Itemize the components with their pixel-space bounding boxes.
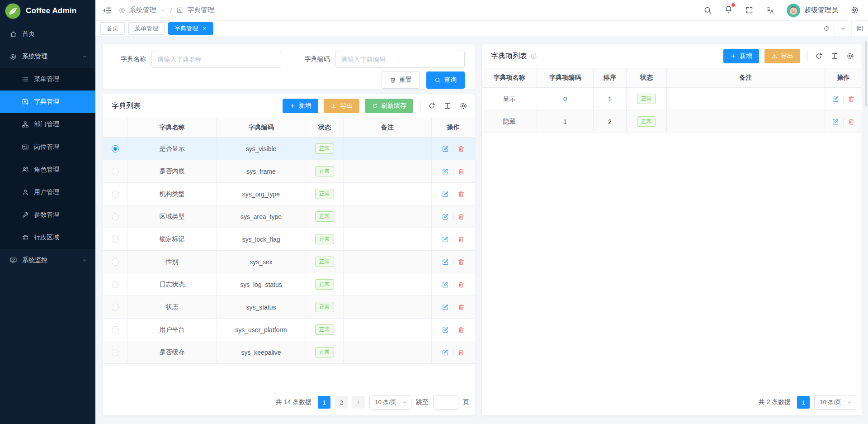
refresh-icon[interactable] [815,52,823,60]
item-export-button[interactable]: 导出 [764,49,800,63]
page-button-1[interactable]: 1 [318,396,330,409]
dict-table-row[interactable]: 是否显示sys_visible正常 [103,138,475,160]
row-radio[interactable] [112,236,119,243]
dict-table-row[interactable]: 锁定标记sys_lock_flag正常 [103,228,475,251]
dict-code-input[interactable] [335,51,465,68]
delete-icon[interactable] [458,304,465,311]
dict-item-table-row[interactable]: 显示01正常 [482,88,862,110]
dictionary-icon [176,7,184,14]
column-settings-gear-icon[interactable] [459,102,467,110]
page-size-select[interactable]: 10 条/页 [814,395,856,410]
sidebar-item-user-management[interactable]: 用户管理 [0,181,95,204]
sidebar-item-home[interactable]: 首页 [0,23,95,45]
edit-icon[interactable] [442,213,449,220]
edit-icon[interactable] [442,145,449,152]
query-button[interactable]: 查询 [426,71,465,89]
sidebar-item-system-management[interactable]: 系统管理 [0,45,95,68]
search-icon[interactable] [703,6,712,14]
edit-icon[interactable] [442,258,449,266]
delete-icon[interactable] [848,95,855,103]
settings-gear-icon[interactable] [850,6,859,14]
edit-icon[interactable] [442,326,449,333]
dict-table-row[interactable]: 用户平台sys_user_platform正常 [103,319,475,341]
delete-icon[interactable] [458,349,465,356]
delete-icon[interactable] [458,191,465,198]
item-add-button[interactable]: 新增 [723,49,759,63]
reset-button[interactable]: 重置 [382,71,420,89]
edit-icon[interactable] [442,168,449,175]
delete-icon[interactable] [458,168,465,175]
dict-item-table-row[interactable]: 隐藏12正常 [482,110,862,133]
row-radio[interactable] [112,258,119,266]
delete-icon[interactable] [458,145,465,152]
row-radio[interactable] [112,326,119,333]
delete-icon[interactable] [848,118,855,125]
edit-icon[interactable] [442,236,449,243]
row-height-icon[interactable] [830,52,839,60]
fullscreen-icon[interactable] [745,6,754,14]
column-settings-gear-icon[interactable] [846,52,854,60]
delete-icon[interactable] [458,326,465,333]
status-badge: 正常 [315,302,334,312]
dict-name-input[interactable] [151,51,281,68]
sidebar-item-admin-region[interactable]: 行政区域 [0,226,95,249]
dict-table-row[interactable]: 性别sys_sex正常 [103,251,475,273]
dict-table-row[interactable]: 是否内嵌sys_frame正常 [103,160,475,183]
sidebar-item-menu-management[interactable]: 菜单管理 [0,68,95,91]
edit-icon[interactable] [442,281,449,288]
row-radio[interactable] [112,304,119,311]
row-radio[interactable] [112,213,119,220]
row-radio[interactable] [112,168,119,175]
row-radio[interactable] [112,349,119,356]
page-button-2[interactable]: 2 [335,396,348,409]
sidebar-fold-button[interactable] [100,4,114,17]
tabs-refresh-button[interactable] [818,21,835,36]
refresh-cache-button[interactable]: 刷新缓存 [365,99,413,113]
edit-icon[interactable] [442,304,449,311]
tabs-menu-button[interactable] [835,21,851,36]
download-icon [771,53,778,59]
sidebar-item-post-management[interactable]: 岗位管理 [0,136,95,158]
dict-table-row[interactable]: 是否缓存sys_keepalive正常 [103,341,475,364]
dict-table-row[interactable]: 区域类型sys_area_type正常 [103,205,475,228]
dict-name-cell: 是否显示 [128,138,217,160]
add-button[interactable]: 新增 [283,99,318,113]
edit-icon[interactable] [832,118,839,125]
close-icon[interactable] [202,26,207,31]
tab-menu-management[interactable]: 菜单管理 [128,22,165,35]
delete-icon[interactable] [458,213,465,220]
sidebar-item-system-monitor[interactable]: 系统监控 [0,249,95,272]
sidebar-item-param-management[interactable]: 参数管理 [0,204,95,226]
row-radio[interactable] [112,145,119,152]
dict-table-row[interactable]: 日志状态sys_log_status正常 [103,273,475,296]
sidebar-item-role-management[interactable]: 角色管理 [0,158,95,181]
export-button[interactable]: 导出 [324,99,359,113]
breadcrumb-level1[interactable]: 系统管理 [129,6,156,14]
page-button-1[interactable]: 1 [797,396,810,409]
content-fullscreen-button[interactable] [851,21,868,36]
row-radio[interactable] [112,281,119,288]
refresh-icon[interactable] [428,102,436,110]
dict-table-row[interactable]: 状态sys_status正常 [103,296,475,319]
next-page-button[interactable] [352,396,365,409]
sidebar-item-dept-management[interactable]: 部门管理 [0,113,95,136]
sidebar-item-dict-management[interactable]: 字典管理 [0,91,95,113]
notification-button[interactable] [724,5,733,15]
tab-dict-management[interactable]: 字典管理 [168,22,213,35]
edit-icon[interactable] [442,349,449,356]
row-radio[interactable] [112,191,119,198]
page-size-select[interactable]: 10 条/页 [369,395,411,410]
delete-icon[interactable] [458,281,465,288]
info-icon[interactable] [530,53,537,60]
jump-page-input[interactable] [433,395,458,410]
dict-table-row[interactable]: 机构类型sys_org_type正常 [103,183,475,205]
delete-icon[interactable] [458,236,465,243]
edit-icon[interactable] [832,95,839,103]
row-height-icon[interactable] [443,102,452,110]
edit-icon[interactable] [442,191,449,198]
translate-icon[interactable] [766,6,774,14]
delete-icon[interactable] [458,258,465,266]
user-menu[interactable]: 超级管理员 [787,4,838,17]
scrollbar[interactable] [865,41,867,106]
tab-home[interactable]: 首页 [100,22,125,35]
